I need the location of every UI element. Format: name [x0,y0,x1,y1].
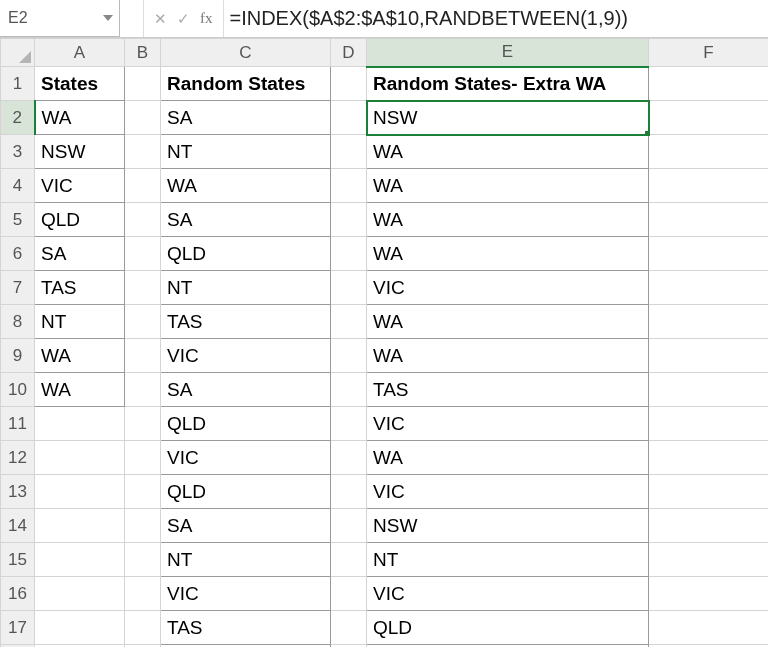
cell-A9[interactable]: WA [35,339,125,373]
cell-B4[interactable] [125,169,161,203]
cell-B11[interactable] [125,407,161,441]
row-header[interactable]: 17 [1,611,35,645]
row-header[interactable]: 5 [1,203,35,237]
row-header[interactable]: 3 [1,135,35,169]
cell-C7[interactable]: NT [161,271,331,305]
cell-A16[interactable] [35,577,125,611]
cell-F7[interactable] [649,271,769,305]
cell-F6[interactable] [649,237,769,271]
row-header[interactable]: 10 [1,373,35,407]
cell-C10[interactable]: SA [161,373,331,407]
cell-A7[interactable]: TAS [35,271,125,305]
cell-C9[interactable]: VIC [161,339,331,373]
cell-E15[interactable]: NT [367,543,649,577]
cell-B13[interactable] [125,475,161,509]
cell-D9[interactable] [331,339,367,373]
col-header-B[interactable]: B [125,39,161,67]
cell-A12[interactable] [35,441,125,475]
row-header[interactable]: 14 [1,509,35,543]
cell-A1[interactable]: States [35,67,125,101]
cell-F14[interactable] [649,509,769,543]
cell-E8[interactable]: WA [367,305,649,339]
cell-D8[interactable] [331,305,367,339]
cell-E9[interactable]: WA [367,339,649,373]
cell-D3[interactable] [331,135,367,169]
cell-D5[interactable] [331,203,367,237]
accept-icon[interactable]: ✓ [177,10,190,28]
cell-D4[interactable] [331,169,367,203]
cell-B7[interactable] [125,271,161,305]
row-header[interactable]: 15 [1,543,35,577]
row-header[interactable]: 13 [1,475,35,509]
cell-D10[interactable] [331,373,367,407]
cell-B16[interactable] [125,577,161,611]
cell-E13[interactable]: VIC [367,475,649,509]
cell-F12[interactable] [649,441,769,475]
row-header[interactable]: 8 [1,305,35,339]
row-header[interactable]: 12 [1,441,35,475]
cell-B10[interactable] [125,373,161,407]
cell-D13[interactable] [331,475,367,509]
cell-B8[interactable] [125,305,161,339]
col-header-A[interactable]: A [35,39,125,67]
cell-C3[interactable]: NT [161,135,331,169]
cell-D1[interactable] [331,67,367,101]
cell-E11[interactable]: VIC [367,407,649,441]
cell-E4[interactable]: WA [367,169,649,203]
cell-B9[interactable] [125,339,161,373]
cell-F8[interactable] [649,305,769,339]
cell-E2[interactable]: NSW [367,101,649,135]
col-header-D[interactable]: D [331,39,367,67]
cell-E12[interactable]: WA [367,441,649,475]
formula-input[interactable]: =INDEX($A$2:$A$10,RANDBETWEEN(1,9)) [223,0,769,37]
cell-B6[interactable] [125,237,161,271]
cell-C11[interactable]: QLD [161,407,331,441]
cell-B14[interactable] [125,509,161,543]
cell-F10[interactable] [649,373,769,407]
cell-F4[interactable] [649,169,769,203]
cell-C12[interactable]: VIC [161,441,331,475]
cell-C17[interactable]: TAS [161,611,331,645]
cell-A17[interactable] [35,611,125,645]
cell-A14[interactable] [35,509,125,543]
row-header[interactable]: 2 [1,101,35,135]
cell-C4[interactable]: WA [161,169,331,203]
cell-E1[interactable]: Random States- Extra WA [367,67,649,101]
cancel-icon[interactable]: ✕ [154,10,167,28]
cell-C14[interactable]: SA [161,509,331,543]
cell-D15[interactable] [331,543,367,577]
chevron-down-icon[interactable] [103,15,113,21]
cell-A13[interactable] [35,475,125,509]
cell-D14[interactable] [331,509,367,543]
spreadsheet-grid[interactable]: A B C D E F 1StatesRandom StatesRandom S… [0,38,768,647]
cell-E7[interactable]: VIC [367,271,649,305]
cell-A6[interactable]: SA [35,237,125,271]
fx-icon[interactable]: fx [200,10,213,27]
cell-C5[interactable]: SA [161,203,331,237]
cell-C15[interactable]: NT [161,543,331,577]
row-header[interactable]: 6 [1,237,35,271]
row-header[interactable]: 4 [1,169,35,203]
cell-F2[interactable] [649,101,769,135]
name-box[interactable]: E2 [0,0,120,37]
cell-E5[interactable]: WA [367,203,649,237]
cell-A3[interactable]: NSW [35,135,125,169]
cell-C13[interactable]: QLD [161,475,331,509]
col-header-F[interactable]: F [649,39,769,67]
cell-D6[interactable] [331,237,367,271]
cell-A5[interactable]: QLD [35,203,125,237]
cell-B12[interactable] [125,441,161,475]
cell-F11[interactable] [649,407,769,441]
cell-C2[interactable]: SA [161,101,331,135]
cell-D7[interactable] [331,271,367,305]
cell-F17[interactable] [649,611,769,645]
row-header[interactable]: 16 [1,577,35,611]
cell-A4[interactable]: VIC [35,169,125,203]
col-header-C[interactable]: C [161,39,331,67]
cell-A8[interactable]: NT [35,305,125,339]
cell-A2[interactable]: WA [35,101,125,135]
cell-C8[interactable]: TAS [161,305,331,339]
cell-D17[interactable] [331,611,367,645]
cell-D16[interactable] [331,577,367,611]
row-header[interactable]: 1 [1,67,35,101]
